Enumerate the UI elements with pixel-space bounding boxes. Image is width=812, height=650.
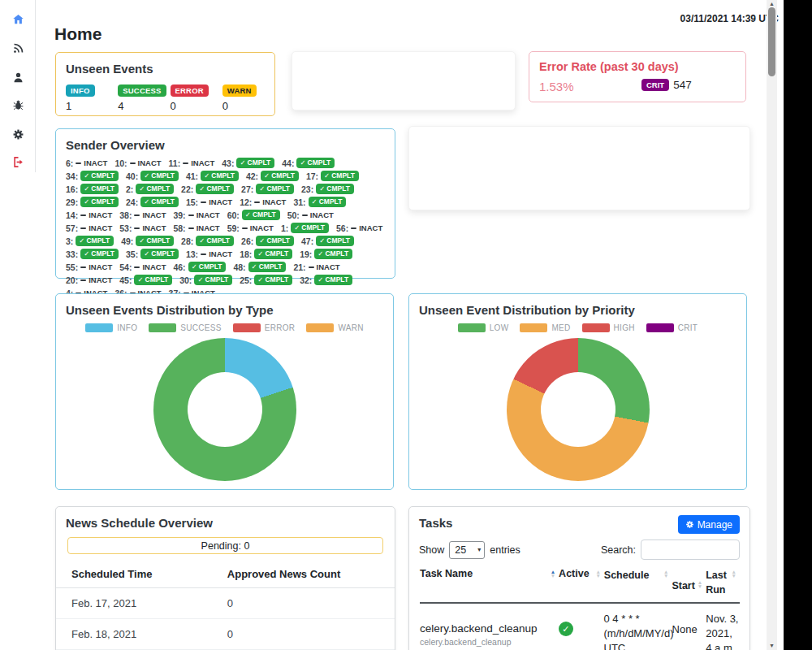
sender-status-1: 1:✓CMPLT: [281, 223, 329, 233]
chart-priority-legend: LOWMEDHIGHCRIT: [409, 323, 746, 332]
legend-swatch: [646, 323, 674, 332]
legend-item-success[interactable]: SUCCESS: [149, 323, 221, 332]
scrollbar-track[interactable]: [767, 0, 777, 650]
check-icon: ✓: [79, 236, 84, 245]
news-col-approved-count: Approved News Count: [212, 562, 395, 588]
cmplt-badge: ✓CMPLT: [134, 275, 172, 285]
chevron-down-icon: ▾: [477, 546, 481, 553]
bug-icon[interactable]: [0, 96, 36, 114]
tasks-col-task-name[interactable]: Task Name▲▼: [420, 568, 559, 597]
tasks-col-start[interactable]: Start▲▼: [672, 568, 706, 597]
feed-icon[interactable]: [0, 39, 36, 57]
settings-icon[interactable]: [0, 125, 36, 143]
app-viewport: 03/11/2021 14:39 UTC Home Unseen Events …: [0, 0, 812, 650]
legend-label: INFO: [117, 323, 137, 332]
dash-icon: [188, 214, 194, 216]
manage-button[interactable]: Manage: [678, 515, 740, 534]
donut-hole: [541, 372, 615, 447]
unseen-events-card: Unseen Events INFO1SUCCESS4ERROR0WARN0: [55, 52, 275, 116]
task-last-run: Nov. 3, 2021, 4 a.m.: [706, 612, 740, 650]
donut-chart-priority[interactable]: [507, 338, 650, 481]
empty-card-right: [408, 126, 750, 210]
donut-chart-type[interactable]: [153, 338, 296, 481]
news-row: Feb. 18, 20210: [56, 619, 395, 650]
stat-value: 1: [66, 100, 118, 112]
cmplt-badge: ✓CMPLT: [316, 184, 354, 194]
cmplt-badge: ✓CMPLT: [236, 158, 274, 168]
dash-icon: [130, 162, 136, 164]
user-icon[interactable]: [0, 68, 36, 86]
news-schedule-title: News Schedule Overview: [56, 507, 395, 530]
tasks-col-schedule[interactable]: Schedule▲▼: [604, 568, 672, 597]
sender-status-16: 16:✓CMPLT: [66, 184, 119, 194]
chart-type-legend: INFOSUCCESSERRORWARN: [56, 323, 393, 332]
search-input[interactable]: [641, 540, 740, 560]
scrollbar-down-arrow[interactable]: ▼: [767, 642, 777, 650]
page-size-value: 25: [455, 544, 466, 556]
check-icon: ✓: [319, 184, 325, 193]
cmplt-badge: ✓CMPLT: [76, 236, 114, 246]
sender-status-23: 23:✓CMPLT: [301, 184, 354, 194]
legend-item-high[interactable]: HIGH: [582, 323, 635, 332]
chart-type-card: Unseen Events Distribution by Type INFOS…: [55, 293, 394, 490]
check-icon: ✓: [252, 262, 257, 271]
stat-value: 0: [222, 100, 274, 112]
legend-label: HIGH: [614, 323, 635, 332]
dash-icon: [188, 228, 194, 229]
legend-swatch: [149, 323, 176, 332]
sender-status-38: 38:INACT: [119, 210, 166, 220]
logout-icon[interactable]: [0, 153, 36, 171]
sender-list: 6:INACT10:INACT11:INACT43:✓CMPLT44:✓CMPL…: [56, 152, 395, 298]
task-row[interactable]: celery.backend_cleanupcelery.backend_cle…: [420, 604, 740, 650]
sender-status-22: 22:✓CMPLT: [181, 184, 234, 194]
inact-label: INACT: [188, 223, 220, 232]
inact-label: INACT: [130, 158, 162, 167]
stat-error: ERROR0: [171, 82, 222, 112]
inact-label: INACT: [80, 262, 112, 271]
news-cell: Feb. 17, 2021: [56, 588, 212, 619]
sender-status-6: 6:INACT: [66, 158, 107, 168]
inact-label: INACT: [302, 210, 334, 219]
cmplt-badge: ✓CMPLT: [80, 197, 119, 207]
sender-status-55: 55:INACT: [66, 262, 112, 272]
sort-icon: ▲▼: [551, 570, 555, 578]
tasks-col-active[interactable]: Active▲▼: [559, 568, 604, 597]
cmplt-badge: ✓CMPLT: [140, 171, 179, 181]
task-schedule: 0 4 * * * (m/h/dM/MY/d) UTC: [604, 612, 672, 650]
legend-item-error[interactable]: ERROR: [233, 323, 296, 332]
legend-label: ERROR: [265, 323, 296, 332]
tasks-col-last-run[interactable]: Last Run▲▼: [706, 568, 740, 597]
home-icon[interactable]: [0, 10, 36, 28]
check-icon: ✓: [192, 262, 197, 271]
legend-item-crit[interactable]: CRIT: [646, 323, 698, 332]
sender-status-15: 15:INACT: [186, 197, 232, 207]
sender-status-25: 25:✓CMPLT: [240, 275, 292, 285]
sender-status-18: 18:✓CMPLT: [240, 249, 292, 259]
check-icon: ✓: [139, 184, 145, 193]
sender-status-13: 13:INACT: [186, 249, 232, 259]
sender-status-40: 40:✓CMPLT: [126, 171, 179, 181]
check-icon: ✓: [240, 158, 245, 167]
legend-item-med[interactable]: MED: [520, 323, 570, 332]
sender-status-10: 10:INACT: [114, 158, 161, 168]
page-size-select[interactable]: 25 ▾: [449, 541, 485, 559]
news-col-scheduled-time: Scheduled Time: [56, 562, 212, 588]
legend-item-info[interactable]: INFO: [85, 323, 137, 332]
legend-item-warn[interactable]: WARN: [306, 323, 363, 332]
sender-status-19: 19:✓CMPLT: [300, 249, 352, 259]
scrollbar-thumb[interactable]: [768, 7, 775, 76]
cmplt-badge: ✓CMPLT: [242, 210, 280, 220]
cmplt-badge: ✓CMPLT: [80, 249, 119, 259]
inact-label: INACT: [134, 223, 166, 232]
error-rate-crit: CRIT 547: [641, 79, 692, 91]
legend-item-low[interactable]: LOW: [458, 323, 509, 332]
sort-icon: ▲▼: [663, 570, 668, 578]
sort-icon: ▲▼: [595, 570, 600, 578]
inact-label: INACT: [134, 210, 166, 219]
stat-value: 4: [118, 100, 170, 112]
cmplt-badge: ✓CMPLT: [140, 249, 179, 259]
sender-status-28: 28:✓CMPLT: [181, 236, 234, 246]
check-icon: ✓: [139, 236, 145, 245]
sender-status-2: 2:✓CMPLT: [126, 184, 174, 194]
sender-status-31: 31:✓CMPLT: [293, 197, 346, 207]
